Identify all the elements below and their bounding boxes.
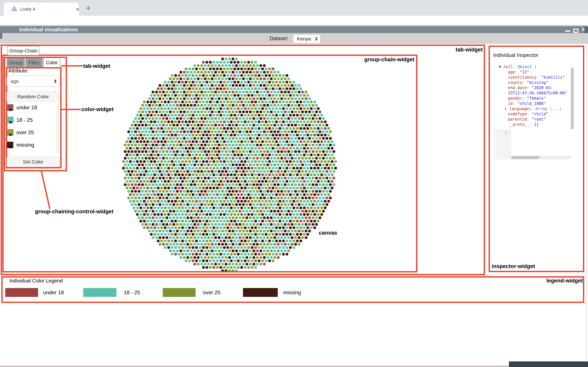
editor-hscrollbar-thumb[interactable] bbox=[511, 156, 539, 159]
inspector-tree-line[interactable]: gender: "female" bbox=[499, 96, 573, 101]
color-swatch-select[interactable] bbox=[7, 117, 13, 123]
set-color-button[interactable]: Set Color bbox=[7, 157, 60, 167]
swatch-dropdown-icon bbox=[9, 134, 12, 136]
inspector-scrollbar[interactable] bbox=[571, 67, 574, 129]
legend-item: over 25 bbox=[163, 288, 239, 297]
color-swatch-select[interactable] bbox=[7, 129, 13, 136]
color-category-label: 18 - 25 bbox=[17, 117, 33, 123]
inspector-object-tree[interactable]: ▼ null: Object {age: "22"constituency: "… bbox=[499, 64, 573, 127]
tab-filter[interactable]: Filter bbox=[26, 58, 43, 67]
label-group-chaining-control-widget: group-chaining-control-widget bbox=[35, 209, 113, 215]
color-category-label: under 18 bbox=[17, 104, 37, 111]
inspector-tree-line[interactable]: nodeType: "child" bbox=[499, 111, 573, 117]
color-category-row[interactable]: 18 - 25 bbox=[7, 117, 56, 124]
label-inspector-widget: inspector-widget bbox=[492, 263, 535, 269]
editor-line-number: 1 bbox=[494, 129, 511, 159]
label-group-chain-widget: group-chain-widget bbox=[364, 56, 415, 63]
legend-swatch bbox=[163, 288, 196, 297]
color-category-label: missing bbox=[17, 142, 34, 148]
inspector-tree-line[interactable]: ▼ null: Object { bbox=[499, 64, 573, 69]
color-swatch-select[interactable] bbox=[7, 104, 13, 111]
inspector-tree-line[interactable]: parentId: "root" bbox=[499, 117, 573, 122]
status-bar bbox=[509, 361, 588, 367]
legend-swatch bbox=[5, 288, 38, 297]
inspector-tree-line[interactable]: ▸ languages: Array {...} bbox=[499, 106, 573, 111]
inspector-tree-line[interactable]: age: "22" bbox=[499, 69, 573, 75]
legend-title: Individual Color Legend bbox=[9, 278, 63, 284]
inspector-tree-line[interactable]: __proto__: {} bbox=[499, 122, 573, 127]
attribute-select[interactable]: age bbox=[7, 76, 60, 87]
label-tab-widget-outer: tab-widget bbox=[456, 47, 483, 53]
legend-label: missing bbox=[283, 288, 301, 297]
color-category-label: over 25 bbox=[17, 129, 34, 136]
legend-swatch bbox=[83, 288, 116, 297]
label-color-widget: color-widget bbox=[81, 106, 113, 112]
legend-swatch bbox=[243, 288, 278, 297]
inspector-tree-line[interactable]: 23T11:47:26.346675+00:00" bbox=[499, 91, 573, 96]
inspector-tree-line[interactable]: constituency: "kimilili" bbox=[499, 75, 573, 80]
select-arrows-icon bbox=[54, 79, 57, 83]
color-category-row[interactable]: under 18 bbox=[7, 104, 56, 111]
legend-item: missing bbox=[243, 288, 319, 297]
label-legend-widget: legend-widget bbox=[546, 277, 583, 284]
legend-label: 18 - 25 bbox=[124, 288, 140, 297]
color-category-row[interactable]: over 25 bbox=[7, 129, 56, 136]
tab-group[interactable]: Group bbox=[7, 58, 25, 67]
tab-group-chain[interactable]: Group-Chain bbox=[8, 46, 39, 55]
color-swatch-select[interactable] bbox=[7, 142, 13, 148]
attribute-label: Attribute: bbox=[8, 68, 28, 74]
swatch-dropdown-icon bbox=[9, 146, 12, 149]
inspector-code-editor[interactable] bbox=[511, 129, 571, 159]
random-color-button[interactable]: Random Color bbox=[7, 92, 60, 102]
legend-label: over 25 bbox=[203, 288, 221, 297]
color-list-scrollbar[interactable] bbox=[56, 104, 59, 154]
label-canvas: canvas bbox=[319, 230, 337, 236]
inspector-tree-line[interactable]: end_date: "2020-03- bbox=[499, 85, 573, 91]
swatch-dropdown-icon bbox=[9, 121, 12, 124]
tab-color[interactable]: Color bbox=[43, 58, 60, 67]
swatch-dropdown-icon bbox=[9, 109, 12, 111]
inspector-title: Individual Inspector bbox=[493, 52, 538, 58]
inspector-tree-line[interactable]: id: "child_1088" bbox=[499, 101, 573, 106]
legend-item: under 18 bbox=[5, 288, 79, 297]
inspector-tree-line[interactable]: county: "missing" bbox=[499, 80, 573, 85]
color-category-row[interactable]: missing bbox=[7, 142, 56, 149]
legend-item: 18 - 25 bbox=[83, 288, 160, 297]
label-tab-widget-left: tab-widget bbox=[83, 63, 110, 69]
legend-label: under 18 bbox=[43, 288, 64, 297]
